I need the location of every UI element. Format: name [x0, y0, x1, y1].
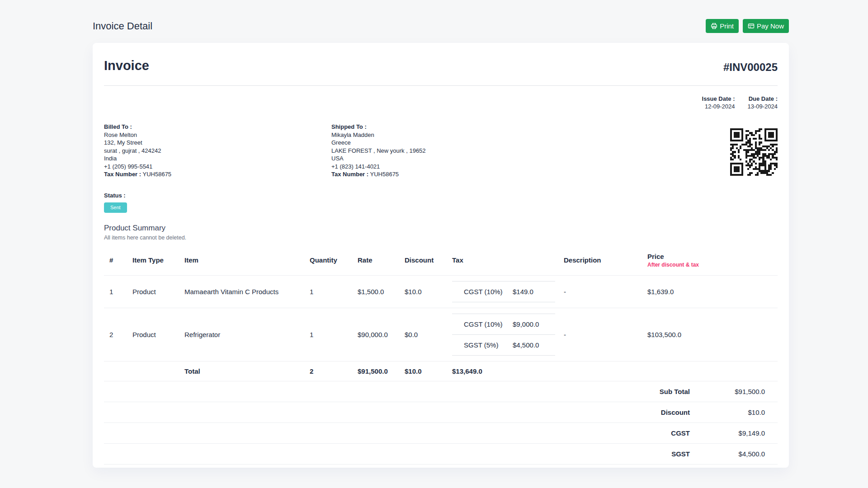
row-quantity: 1: [304, 275, 352, 308]
shipped-to-name: Mikayla Madden: [331, 131, 559, 139]
col-header-rate: Rate: [352, 245, 399, 276]
col-header-description: Description: [558, 245, 642, 276]
row-rate: $1,500.0: [352, 275, 399, 308]
due-date-value: 13-09-2024: [748, 103, 778, 110]
print-button-label: Print: [720, 22, 734, 30]
totals-section: Sub Total $91,500.0 Discount $10.0 CGST …: [104, 381, 778, 468]
pay-now-button[interactable]: Pay Now: [743, 19, 789, 33]
shipped-to-tax-number: YUH58675: [370, 171, 399, 178]
price-header-label: Price: [647, 253, 664, 260]
items-table-header-row: # Item Type Item Quantity Rate Discount …: [104, 245, 778, 276]
topbar-actions: Print Pay Now: [706, 19, 789, 33]
billed-to-block: Billed To : Rose Melton 132, My Street s…: [104, 123, 331, 178]
col-header-tax: Tax: [447, 245, 558, 276]
tax-entry: CGST (10%) $149.0: [452, 281, 555, 302]
table-row: 1 Product Mamaearth Vitamin C Products 1…: [104, 275, 778, 308]
billed-to-address2: surat , gujrat , 424242: [104, 147, 331, 155]
shipped-to-tax: Tax Number : YUH58675: [331, 170, 559, 178]
billed-to-label: Billed To :: [104, 123, 331, 131]
row-quantity: 1: [304, 308, 352, 361]
col-header-index: #: [104, 245, 127, 276]
total-quantity: 2: [304, 361, 352, 381]
invoice-card: Invoice #INV00025 Issue Date : 12-09-202…: [93, 43, 789, 468]
due-date-block: Due Date : 13-09-2024: [748, 95, 778, 110]
tax-entry: SGST (5%) $4,500.0: [452, 334, 555, 356]
addresses-row: Billed To : Rose Melton 132, My Street s…: [104, 123, 778, 178]
shipped-to-address2: LAKE FOREST , New yourk , 19652: [331, 147, 559, 155]
row-item-type: Product: [127, 275, 179, 308]
totals-value: $4,500.0: [690, 450, 778, 458]
items-table: # Item Type Item Quantity Rate Discount …: [104, 245, 778, 381]
total-rate: $91,500.0: [352, 361, 399, 381]
col-header-item-type: Item Type: [127, 245, 179, 276]
row-index: 2: [104, 308, 127, 361]
row-index: 1: [104, 275, 127, 308]
shipped-to-tax-label: Tax Number :: [331, 171, 368, 178]
shipped-to-block: Shipped To : Mikayla Madden Greece LAKE …: [331, 123, 559, 178]
billed-to-country: India: [104, 155, 331, 163]
product-summary-header: Product Summary All items here cannot be…: [104, 224, 778, 241]
product-summary-subtitle: All items here cannot be deleted.: [104, 235, 778, 241]
row-tax-cell: CGST (10%) $9,000.0 SGST (5%) $4,500.0: [447, 308, 558, 361]
totals-row-subtotal: Sub Total $91,500.0: [104, 381, 778, 402]
header-divider: [104, 85, 778, 86]
price-header-note: After discount & tax: [647, 262, 772, 268]
col-header-item: Item: [179, 245, 304, 276]
billed-to-tax-number: YUH58675: [143, 171, 172, 178]
totals-row-cgst: CGST $9,149.0: [104, 423, 778, 444]
shipped-to-country: USA: [331, 155, 559, 163]
issue-date-label: Issue Date :: [702, 95, 735, 103]
col-header-discount: Discount: [399, 245, 447, 276]
row-discount: $10.0: [399, 275, 447, 308]
pay-now-button-label: Pay Now: [757, 22, 784, 30]
topbar: Invoice Detail Print: [93, 19, 789, 33]
total-tax: $13,649.0: [447, 361, 558, 381]
printer-icon: [711, 23, 717, 29]
row-item-type: Product: [127, 308, 179, 361]
row-item: Mamaearth Vitamin C Products: [179, 275, 304, 308]
billed-to-phone: +1 (205) 995-5541: [104, 163, 331, 171]
billed-to-tax: Tax Number : YUH58675: [104, 170, 331, 178]
totals-value: $9,149.0: [690, 429, 778, 437]
col-header-quantity: Quantity: [304, 245, 352, 276]
totals-value: $91,500.0: [690, 388, 778, 395]
total-discount: $10.0: [399, 361, 447, 381]
issue-date-value: 12-09-2024: [702, 103, 735, 110]
row-rate: $90,000.0: [352, 308, 399, 361]
row-price: $103,500.0: [642, 308, 778, 361]
row-description: -: [558, 275, 642, 308]
tax-amount: $149.0: [513, 288, 533, 296]
total-label: Total: [179, 361, 304, 381]
issue-date-block: Issue Date : 12-09-2024: [702, 95, 735, 110]
totals-label: Sub Total: [104, 388, 690, 395]
row-tax-cell: CGST (10%) $149.0: [447, 275, 558, 308]
tax-name: SGST (5%): [464, 341, 513, 349]
shipped-to-phone: +1 (823) 141-4021: [331, 163, 559, 171]
billed-to-address1: 132, My Street: [104, 139, 331, 147]
tax-amount: $9,000.0: [513, 320, 539, 328]
row-item: Refrigerator: [179, 308, 304, 361]
status-label: Status :: [104, 192, 778, 199]
totals-row-total: Total $105,139.0: [104, 465, 778, 468]
status-block: Status : Sent: [104, 192, 778, 213]
print-button[interactable]: Print: [706, 19, 739, 33]
invoice-heading: Invoice: [104, 58, 149, 73]
totals-row-sgst: SGST $4,500.0: [104, 444, 778, 465]
tax-name: CGST (10%): [464, 320, 513, 328]
row-price: $1,639.0: [642, 275, 778, 308]
row-discount: $0.0: [399, 308, 447, 361]
tax-amount: $4,500.0: [513, 341, 539, 349]
product-summary-title: Product Summary: [104, 224, 778, 233]
totals-label: Discount: [104, 408, 690, 416]
shipped-to-address1: Greece: [331, 139, 559, 147]
page-title: Invoice Detail: [93, 20, 152, 32]
tax-entry: CGST (10%) $9,000.0: [452, 314, 555, 334]
shipped-to-label: Shipped To :: [331, 123, 559, 131]
credit-card-icon: [748, 23, 755, 29]
table-total-row: Total 2 $91,500.0 $10.0 $13,649.0: [104, 361, 778, 381]
dates-block: Issue Date : 12-09-2024 Due Date : 13-09…: [104, 95, 778, 110]
invoice-header: Invoice #INV00025: [104, 58, 778, 74]
billed-to-tax-label: Tax Number :: [104, 171, 141, 178]
totals-row-discount: Discount $10.0: [104, 402, 778, 423]
tax-name: CGST (10%): [464, 288, 513, 296]
